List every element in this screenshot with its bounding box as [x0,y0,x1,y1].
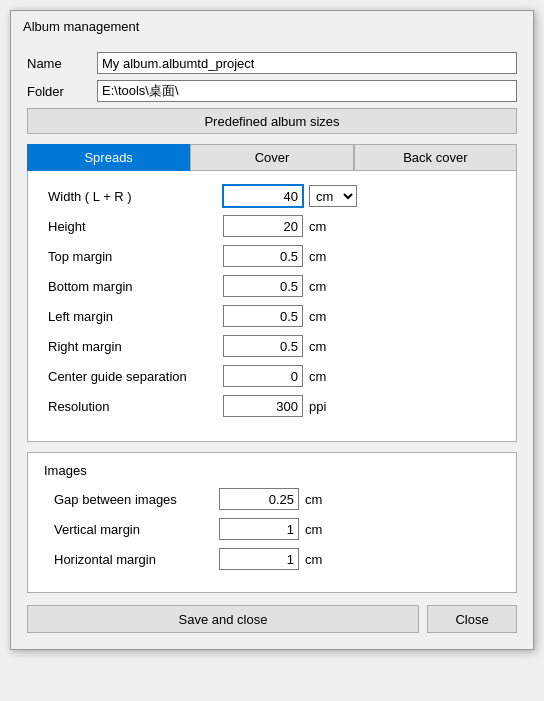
vertical-margin-input[interactable] [219,518,299,540]
vertical-margin-row: Vertical margin cm [44,518,500,540]
gap-row: Gap between images cm [44,488,500,510]
unit-select[interactable]: cm in mm px [309,185,357,207]
name-input[interactable] [97,52,517,74]
resolution-unit: ppi [309,399,326,414]
images-section: Images Gap between images cm Vertical ma… [27,452,517,593]
close-button[interactable]: Close [427,605,517,633]
left-margin-label: Left margin [48,309,223,324]
gap-label: Gap between images [54,492,219,507]
tab-back-cover[interactable]: Back cover [354,144,517,171]
folder-row: Folder [27,80,517,102]
vertical-margin-unit: cm [305,522,322,537]
predefined-sizes-button[interactable]: Predefined album sizes [27,108,517,134]
spreads-section: Width ( L + R ) cm in mm px Height cm To… [27,171,517,442]
vertical-margin-label: Vertical margin [54,522,219,537]
width-input[interactable] [223,185,303,207]
bottom-margin-input[interactable] [223,275,303,297]
tabs-row: Spreads Cover Back cover [27,144,517,171]
resolution-input[interactable] [223,395,303,417]
horizontal-margin-label: Horizontal margin [54,552,219,567]
folder-input[interactable] [97,80,517,102]
right-margin-label: Right margin [48,339,223,354]
gap-unit: cm [305,492,322,507]
height-row: Height cm [48,215,496,237]
left-margin-unit: cm [309,309,326,324]
gap-input[interactable] [219,488,299,510]
tab-cover[interactable]: Cover [190,144,353,171]
height-input[interactable] [223,215,303,237]
center-guide-label: Center guide separation [48,369,223,384]
center-guide-row: Center guide separation cm [48,365,496,387]
height-label: Height [48,219,223,234]
save-and-close-button[interactable]: Save and close [27,605,419,633]
top-margin-label: Top margin [48,249,223,264]
top-margin-unit: cm [309,249,326,264]
top-margin-input[interactable] [223,245,303,267]
name-row: Name [27,52,517,74]
resolution-label: Resolution [48,399,223,414]
right-margin-row: Right margin cm [48,335,496,357]
left-margin-row: Left margin cm [48,305,496,327]
center-guide-unit: cm [309,369,326,384]
folder-label: Folder [27,84,97,99]
horizontal-margin-input[interactable] [219,548,299,570]
horizontal-margin-row: Horizontal margin cm [44,548,500,570]
title-text: Album management [23,19,139,34]
horizontal-margin-unit: cm [305,552,322,567]
bottom-margin-row: Bottom margin cm [48,275,496,297]
window-title: Album management [11,11,533,40]
images-title: Images [44,463,500,478]
width-row: Width ( L + R ) cm in mm px [48,185,496,207]
bottom-margin-unit: cm [309,279,326,294]
right-margin-unit: cm [309,339,326,354]
left-margin-input[interactable] [223,305,303,327]
height-unit: cm [309,219,326,234]
bottom-buttons: Save and close Close [27,605,517,637]
top-margin-row: Top margin cm [48,245,496,267]
tab-spreads[interactable]: Spreads [27,144,190,171]
resolution-row: Resolution ppi [48,395,496,417]
width-label: Width ( L + R ) [48,189,223,204]
name-label: Name [27,56,97,71]
bottom-margin-label: Bottom margin [48,279,223,294]
album-management-window: Album management Name Folder Predefined … [10,10,534,650]
right-margin-input[interactable] [223,335,303,357]
center-guide-input[interactable] [223,365,303,387]
